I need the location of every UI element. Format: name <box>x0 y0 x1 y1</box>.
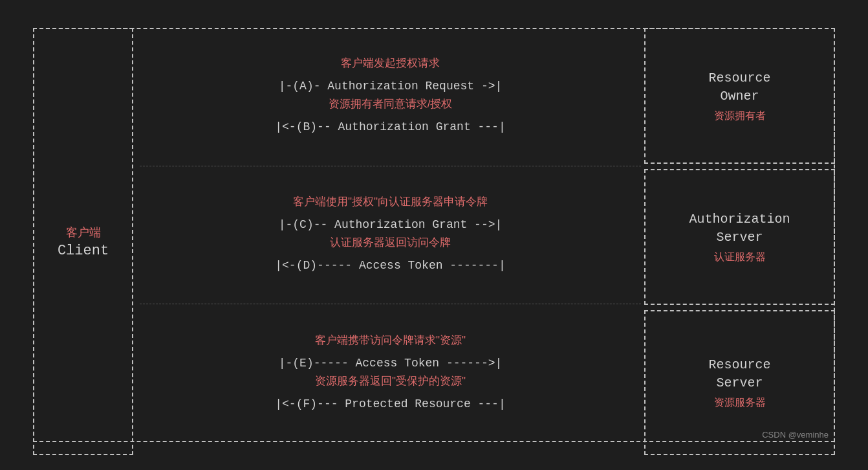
section3: 客户端携带访问令牌请求"资源" |-(E)----- Access Token … <box>140 304 641 442</box>
resource-owner-label-en: Resource Owner <box>708 69 770 106</box>
client-label-en: Client <box>58 243 109 259</box>
section2-flow-c: |-(C)-- Authorization Grant -->| <box>279 218 503 231</box>
client-label-cn: 客户端 <box>66 225 101 240</box>
section1-annotation-top: 客户端发起授权请求 <box>149 56 631 71</box>
section2: 客户端使用"授权"向认证服务器申请令牌 |-(C)-- Authorizatio… <box>140 166 641 305</box>
auth-server-box: Authorization Server 认证服务器 <box>644 169 835 305</box>
resource-owner-box: Resource Owner 资源拥有者 <box>644 28 835 164</box>
section3-flow-e: |-(E)----- Access Token ------>| <box>279 357 503 370</box>
section2-annotation-top: 客户端使用"授权"向认证服务器申请令牌 <box>149 194 631 209</box>
diagram-container: 客户端 Client Resource Owner 资源拥有者 Authoriz… <box>14 8 854 462</box>
auth-server-label-cn: 认证服务器 <box>714 251 766 264</box>
section1-flow-a: |-(A)- Authorization Request ->| <box>279 80 503 93</box>
section1: 客户端发起授权请求 |-(A)- Authorization Request -… <box>140 28 641 166</box>
resource-server-label-cn: 资源服务器 <box>714 396 766 410</box>
section3-annotation-mid: 资源服务器返回"受保护的资源" <box>149 374 631 388</box>
watermark: CSDN @veminhe <box>762 430 829 440</box>
section1-flow-b: |<-(B)-- Authorization Grant ---| <box>275 120 505 133</box>
diagram: 客户端 Client Resource Owner 资源拥有者 Authoriz… <box>27 21 841 449</box>
right-boxes: Resource Owner 资源拥有者 Authorization Serve… <box>644 28 835 455</box>
section3-flow-f: |<-(F)--- Protected Resource ---| <box>275 397 505 410</box>
section2-annotation-mid: 认证服务器返回访问令牌 <box>149 235 631 250</box>
section3-annotation-top: 客户端携带访问令牌请求"资源" <box>149 333 631 348</box>
resource-owner-label-cn: 资源拥有者 <box>714 109 766 123</box>
section1-annotation-mid: 资源拥有者同意请求/授权 <box>149 96 631 111</box>
auth-server-label-en: Authorization Server <box>689 210 790 247</box>
resource-server-label-en: Resource Server <box>708 356 770 392</box>
flow-area: 客户端发起授权请求 |-(A)- Authorization Request -… <box>140 28 641 442</box>
section2-flow-d: |<-(D)----- Access Token -------| <box>275 259 505 272</box>
client-box: 客户端 Client <box>33 28 133 455</box>
